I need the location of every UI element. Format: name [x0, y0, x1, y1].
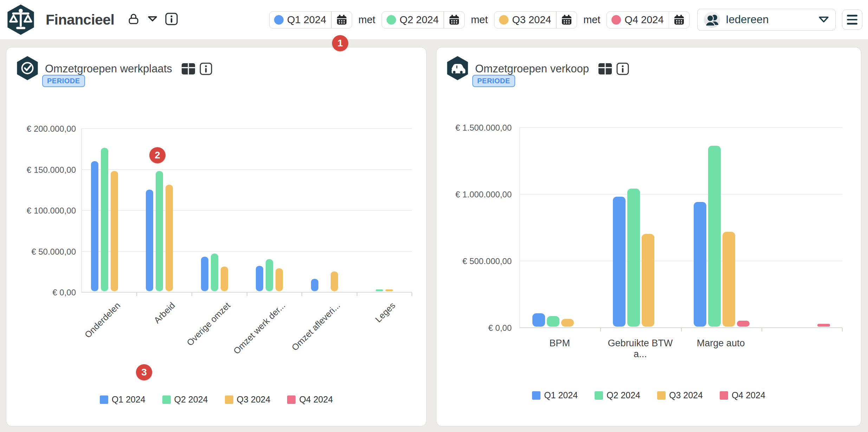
legend-item[interactable]: Q3 2024	[657, 390, 703, 400]
y-tick-label: € 0,00	[52, 288, 76, 297]
period-selectors: Q1 2024 met Q2 2024 met Q3 2024 met	[269, 0, 689, 39]
panel-omzetgroepen-verkoop: Omzetgroepen verkoop PERIODE € 1.500.000…	[436, 47, 861, 426]
bar[interactable]	[613, 197, 626, 327]
q4-period-label: Q4 2024	[624, 14, 668, 26]
q2-period-label: Q2 2024	[400, 14, 443, 26]
chevron-down-icon[interactable]	[148, 16, 157, 24]
dropdown-caret-icon	[818, 16, 829, 23]
q4-color-dot	[611, 15, 621, 25]
chart-legend: Q1 2024Q2 2024Q3 2024Q4 2024	[6, 394, 426, 405]
met-separator: met	[358, 14, 375, 26]
x-tick	[842, 328, 843, 332]
bar[interactable]	[266, 259, 273, 291]
bar-group	[601, 127, 681, 327]
bar[interactable]	[376, 289, 383, 291]
bar[interactable]	[111, 171, 118, 292]
y-tick-label: € 1.000.000,00	[455, 190, 512, 199]
period-box-q4[interactable]: Q4 2024	[607, 11, 689, 28]
user-filter-value: Iedereen	[726, 13, 769, 26]
bar[interactable]	[723, 232, 735, 327]
chart-legend: Q1 2024Q2 2024Q3 2024Q4 2024	[436, 390, 861, 400]
periode-badge[interactable]: PERIODE	[472, 75, 515, 87]
legend-item[interactable]: Q4 2024	[287, 394, 333, 405]
bar-group	[681, 127, 762, 327]
info-icon[interactable]	[616, 63, 629, 75]
bar[interactable]	[166, 185, 173, 291]
y-tick-label: € 0,00	[488, 323, 512, 333]
legend-item[interactable]: Q2 2024	[162, 394, 208, 405]
bar[interactable]	[547, 316, 559, 327]
x-axis-labels: OnderdelenArbeidOverige omzetOmzet werk …	[81, 295, 411, 359]
periode-badge[interactable]: PERIODE	[42, 75, 85, 87]
legend-item[interactable]: Q2 2024	[595, 390, 640, 400]
legend-item[interactable]: Q1 2024	[532, 390, 578, 400]
legend-label: Q4 2024	[732, 390, 765, 400]
bar[interactable]	[221, 267, 228, 291]
info-icon[interactable]	[200, 63, 212, 75]
bar[interactable]	[561, 319, 574, 327]
legend-label: Q2 2024	[174, 394, 208, 405]
y-tick-label: € 200.000,00	[27, 124, 76, 134]
q1-period-label: Q1 2024	[287, 14, 331, 26]
bar-group	[302, 128, 357, 292]
q1-color-dot	[274, 15, 284, 25]
bar[interactable]	[737, 321, 750, 327]
period-box-q3[interactable]: Q3 2024	[494, 11, 577, 28]
period-box-q1[interactable]: Q1 2024	[269, 11, 352, 28]
y-tick-label: € 150.000,00	[27, 165, 76, 175]
x-tick-label: Marge auto	[697, 338, 745, 348]
bar[interactable]	[256, 266, 263, 291]
table-view-icon[interactable]	[181, 63, 195, 75]
bar-group	[520, 127, 601, 327]
q3-color-dot	[499, 15, 509, 25]
bar[interactable]	[311, 279, 318, 291]
car-hexagon-icon	[446, 55, 469, 83]
q3-period-label: Q3 2024	[512, 14, 556, 26]
legend-item[interactable]: Q1 2024	[100, 394, 145, 405]
bar[interactable]	[694, 202, 706, 327]
bar[interactable]	[386, 289, 393, 291]
legend-swatch	[595, 391, 603, 400]
legend-swatch	[720, 391, 728, 400]
calendar-icon[interactable]	[557, 14, 577, 25]
bar[interactable]	[532, 313, 545, 327]
legend-label: Q1 2024	[544, 390, 578, 400]
bar[interactable]	[211, 254, 218, 291]
user-filter-dropdown[interactable]: Iedereen	[697, 9, 836, 31]
info-icon[interactable]	[165, 13, 178, 27]
bar[interactable]	[201, 257, 208, 291]
callout-badge-2: 2	[149, 147, 166, 163]
x-tick	[412, 293, 412, 296]
calendar-icon[interactable]	[669, 14, 689, 25]
bar[interactable]	[331, 271, 338, 291]
legend-label: Q1 2024	[112, 394, 145, 405]
table-view-icon[interactable]	[598, 63, 612, 75]
bar[interactable]	[146, 190, 153, 291]
panel-omzetgroepen-werkplaats: Omzetgroepen werkplaats PERIODE € 200.00…	[6, 47, 427, 426]
bar[interactable]	[101, 148, 108, 291]
bar[interactable]	[708, 146, 721, 327]
y-tick-label: € 50.000,00	[31, 247, 76, 257]
y-tick-label: € 1.500.000,00	[455, 123, 512, 133]
hamburger-menu-button[interactable]	[842, 9, 862, 30]
q2-color-dot	[387, 15, 396, 25]
bar-group	[762, 127, 842, 327]
met-separator: met	[471, 14, 488, 26]
legend-swatch	[532, 391, 540, 400]
bar[interactable]	[156, 171, 163, 292]
calendar-icon[interactable]	[332, 14, 352, 25]
bar-group	[247, 128, 302, 292]
legend-item[interactable]: Q4 2024	[720, 390, 765, 400]
scales-logo-icon	[6, 4, 35, 37]
bar[interactable]	[627, 189, 640, 327]
legend-label: Q4 2024	[299, 394, 333, 405]
calendar-icon[interactable]	[444, 14, 464, 25]
bar[interactable]	[642, 234, 654, 327]
y-axis-labels: € 1.500.000,00€ 1.000.000,00€ 500.000,00…	[436, 128, 512, 328]
bar[interactable]	[276, 268, 283, 291]
lock-icon[interactable]	[127, 13, 140, 27]
bar[interactable]	[817, 324, 830, 327]
bar[interactable]	[91, 161, 98, 291]
legend-item[interactable]: Q3 2024	[225, 394, 271, 405]
period-box-q2[interactable]: Q2 2024	[382, 11, 465, 28]
